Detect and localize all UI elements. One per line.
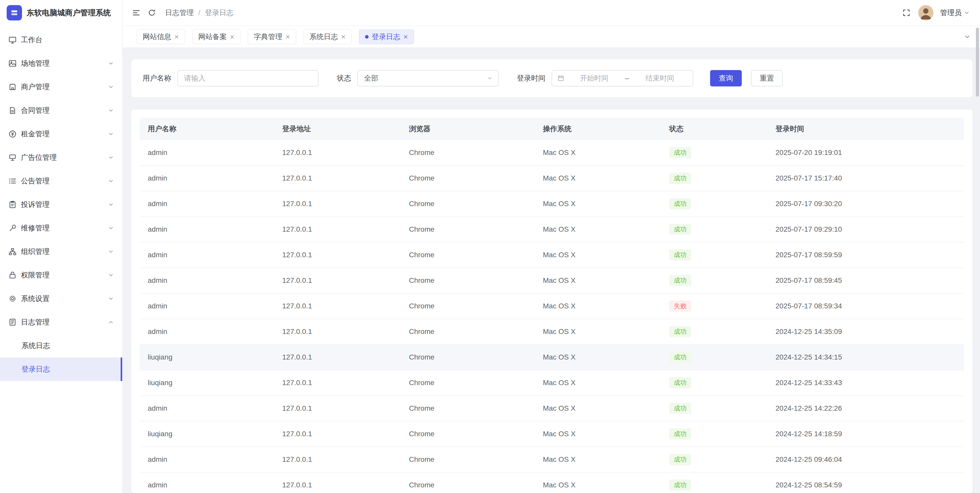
table-row[interactable]: liuqiang 127.0.0.1 Chrome Mac OS X 成功 20… (140, 370, 964, 396)
close-icon[interactable]: × (230, 33, 235, 41)
table-row[interactable]: admin 127.0.0.1 Chrome Mac OS X 成功 2024-… (140, 396, 964, 421)
date-separator: – (624, 74, 630, 82)
sidebar-item-workbench[interactable]: 工作台 (0, 28, 122, 52)
status-badge: 成功 (669, 377, 691, 388)
table-row[interactable]: admin 127.0.0.1 Chrome Mac OS X 成功 2025-… (140, 140, 964, 166)
tab-website-filing[interactable]: 网站备案 × (192, 29, 241, 44)
status-badge: 成功 (669, 198, 691, 209)
table-row[interactable]: admin 127.0.0.1 Chrome Mac OS X 失败 2025-… (140, 294, 964, 319)
user-menu[interactable]: 管理员 (940, 8, 970, 18)
shop-icon (8, 83, 17, 91)
table-row[interactable]: admin 127.0.0.1 Chrome Mac OS X 成功 2024-… (140, 472, 964, 493)
sidebar-item-settings[interactable]: 系统设置 (0, 287, 122, 310)
cell-os: Mac OS X (535, 302, 661, 310)
scrollbar-thumb[interactable] (976, 28, 979, 97)
close-icon[interactable]: × (341, 33, 346, 41)
chevron-down-icon (108, 249, 114, 255)
avatar[interactable] (918, 5, 934, 21)
cell-status: 成功 (661, 326, 767, 337)
close-icon[interactable]: × (285, 33, 290, 41)
app-logo-icon (6, 5, 22, 21)
status-select[interactable]: 全部 (357, 70, 498, 86)
sidebar-item-login-log[interactable]: 登录日志 (0, 357, 122, 381)
table-row[interactable]: admin 127.0.0.1 Chrome Mac OS X 成功 2024-… (140, 447, 964, 472)
sidebar-item-label: 权限管理 (21, 270, 108, 280)
search-button[interactable]: 查询 (710, 70, 742, 86)
fullscreen-icon[interactable] (902, 9, 910, 17)
monitor-icon (8, 35, 17, 44)
tabs-more-chevron-icon[interactable] (964, 33, 971, 40)
cell-login-time: 2024-12-25 14:34:15 (767, 353, 964, 361)
table-row[interactable]: liuqiang 127.0.0.1 Chrome Mac OS X 成功 20… (140, 345, 964, 370)
sidebar-item-venue[interactable]: 场地管理 (0, 52, 122, 75)
sidebar-item-system-log[interactable]: 系统日志 (0, 334, 122, 357)
sidebar-item-organization[interactable]: 组织管理 (0, 240, 122, 263)
tab-system-log[interactable]: 系统日志 × (304, 29, 352, 44)
tab-website-info[interactable]: 网站信息 × (137, 29, 185, 44)
sidebar-item-announcement[interactable]: 公告管理 (0, 169, 122, 193)
chevron-down-icon (108, 155, 114, 161)
sidebar-item-logs[interactable]: 日志管理 (0, 310, 122, 334)
calendar-icon (557, 75, 565, 82)
cell-browser: Chrome (401, 200, 535, 208)
login-time-label: 登录时间 (517, 73, 546, 83)
table-row[interactable]: admin 127.0.0.1 Chrome Mac OS X 成功 2025-… (140, 191, 964, 217)
table-row[interactable]: admin 127.0.0.1 Chrome Mac OS X 成功 2025-… (140, 217, 964, 243)
sidebar-item-rent[interactable]: 租金管理 (0, 122, 122, 146)
refresh-icon[interactable] (148, 9, 156, 17)
table-row[interactable]: admin 127.0.0.1 Chrome Mac OS X 成功 2024-… (140, 319, 964, 345)
table-row[interactable]: admin 127.0.0.1 Chrome Mac OS X 成功 2025-… (140, 243, 964, 268)
status-badge: 成功 (669, 275, 691, 286)
reset-button[interactable]: 重置 (751, 70, 783, 86)
cell-browser: Chrome (401, 455, 535, 464)
sidebar-item-permission[interactable]: 权限管理 (0, 263, 122, 287)
close-icon[interactable]: × (174, 33, 179, 41)
cell-username: admin (140, 200, 274, 208)
cell-login-address: 127.0.0.1 (274, 174, 401, 182)
close-icon[interactable]: × (403, 33, 408, 41)
cell-login-time: 2024-12-25 14:18:59 (767, 430, 964, 438)
cell-login-address: 127.0.0.1 (274, 404, 401, 412)
username-input[interactable] (177, 70, 318, 86)
status-badge: 成功 (669, 172, 691, 183)
sidebar-item-contract[interactable]: 合同管理 (0, 99, 122, 122)
table-row[interactable]: admin 127.0.0.1 Chrome Mac OS X 成功 2025-… (140, 166, 964, 191)
sidebar-submenu-logs: 系统日志 登录日志 (0, 334, 122, 381)
cell-login-time: 2025-07-17 15:17:40 (767, 174, 964, 182)
cell-username: admin (140, 225, 274, 233)
cell-username: liuqiang (140, 353, 274, 361)
cell-login-time: 2025-07-20 19:19:01 (767, 148, 964, 157)
tab-dictionary[interactable]: 字典管理 × (248, 29, 296, 44)
sidebar-item-adspace[interactable]: 广告位管理 (0, 146, 122, 169)
cell-status: 成功 (661, 377, 767, 388)
sidebar-item-repair[interactable]: 维修管理 (0, 216, 122, 240)
sidebar-item-complaint[interactable]: 投诉管理 (0, 193, 122, 216)
tab-label: 系统日志 (310, 32, 338, 41)
sidebar-item-label: 公告管理 (21, 176, 108, 186)
chevron-down-icon (108, 107, 114, 113)
tab-label: 登录日志 (372, 32, 400, 41)
sidebar-item-label: 维修管理 (21, 223, 108, 233)
billboard-icon (8, 153, 17, 162)
table-row[interactable]: liuqiang 127.0.0.1 Chrome Mac OS X 成功 20… (140, 421, 964, 447)
date-range-picker[interactable]: 开始时间 – 结束时间 (552, 70, 693, 86)
cell-login-address: 127.0.0.1 (274, 481, 401, 489)
filter-status: 状态 全部 (337, 70, 498, 86)
sidebar-fold-icon[interactable] (132, 8, 141, 17)
chevron-down-icon (108, 201, 114, 207)
chevron-down-icon (108, 131, 114, 137)
tab-login-log[interactable]: 登录日志 × (359, 29, 414, 44)
breadcrumb-item[interactable]: 日志管理 (165, 8, 194, 18)
cell-login-address: 127.0.0.1 (274, 251, 401, 259)
username-label: 用户名称 (143, 73, 171, 83)
table-row[interactable]: admin 127.0.0.1 Chrome Mac OS X 成功 2025-… (140, 268, 964, 294)
cell-os: Mac OS X (535, 174, 661, 182)
sidebar-item-merchant[interactable]: 商户管理 (0, 75, 122, 99)
sidebar-item-label: 广告位管理 (21, 153, 108, 163)
cell-os: Mac OS X (535, 481, 661, 489)
cell-login-address: 127.0.0.1 (274, 379, 401, 387)
cell-username: admin (140, 174, 274, 182)
cell-browser: Chrome (401, 276, 535, 285)
cell-login-address: 127.0.0.1 (274, 353, 401, 361)
cell-login-time: 2024-12-25 14:33:43 (767, 379, 964, 387)
